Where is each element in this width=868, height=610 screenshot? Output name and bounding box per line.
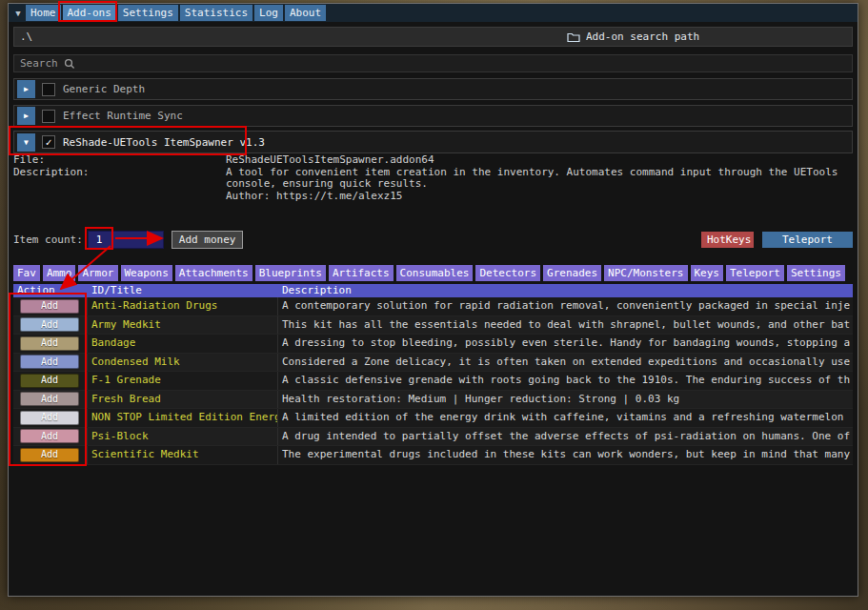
tab-fav[interactable]: Fav [13, 265, 40, 281]
item-title: Scientific Medkit [88, 446, 278, 464]
action-cell: Add [13, 335, 88, 353]
table-header: Action ID/Title Description [13, 284, 853, 297]
description-value: A tool for convenient item creation in t… [226, 167, 838, 203]
menu-item-settings[interactable]: Settings [118, 5, 178, 21]
item-title: F-1 Grenade [88, 372, 278, 390]
tab-detectors[interactable]: Detectors [475, 265, 540, 281]
column-header-action[interactable]: Action [13, 284, 88, 297]
addon-enabled-checkbox[interactable]: ✓ [42, 135, 55, 149]
add-item-button[interactable]: Add [20, 299, 79, 314]
category-tabs: FavAmmoArmorWeaponsAttachmentsBlueprints… [13, 265, 853, 281]
search-placeholder: Search [20, 57, 58, 70]
add-item-button[interactable]: Add [20, 317, 79, 332]
add-item-button[interactable]: Add [20, 374, 79, 388]
addon-header-itemspawner[interactable]: ▼ ✓ ReShade-UETools ItemSpawner v1.3 [13, 131, 853, 153]
table-row: AddScientific MedkitThe experimental dru… [13, 446, 853, 465]
item-description: The experimental drugs included in these… [278, 446, 853, 464]
item-title: Bandage [88, 335, 278, 353]
tab-teleport[interactable]: Teleport [726, 265, 784, 281]
item-count-input[interactable]: 1 [88, 231, 164, 249]
addon-search-path-button[interactable]: Add-on search path [561, 29, 705, 45]
search-icon [64, 58, 75, 70]
collapse-icon[interactable]: ▼ [17, 133, 35, 152]
add-item-button[interactable]: Add [20, 392, 79, 406]
collapse-window-icon[interactable]: ▼ [12, 9, 24, 18]
search-path-input[interactable]: .\ [20, 30, 32, 43]
expand-icon[interactable]: ▶ [17, 107, 35, 125]
tab-weapons[interactable]: Weapons [121, 265, 172, 281]
add-item-button[interactable]: Add [20, 429, 79, 443]
tab-blueprints[interactable]: Blueprints [255, 265, 326, 281]
file-value: ReShadeUEToolsItemSpawner.addon64 [226, 154, 434, 167]
item-description: Considered a Zone delicacy, it is often … [278, 354, 853, 372]
add-item-button[interactable]: Add [20, 355, 79, 369]
action-cell: Add [13, 428, 88, 446]
tab-settings[interactable]: Settings [787, 265, 845, 281]
addon-section-generic-depth: ▶Generic Depth [13, 78, 853, 100]
file-label: File: [13, 154, 226, 167]
item-title: NON STOP Limited Edition Energ [88, 409, 278, 427]
description-line: console, ensuring quick results. [226, 178, 838, 191]
action-cell: Add [13, 354, 88, 372]
addon-section-effect-runtime-sync: ▶Effect Runtime Sync [13, 105, 853, 127]
menu-bar-items: HomeAdd-onsSettingsStatisticsLogAbout [26, 4, 326, 22]
item-description: Health restoration: Medium | Hunger redu… [278, 391, 853, 409]
action-cell: Add [13, 391, 88, 409]
add-item-button[interactable]: Add [20, 411, 79, 425]
tab-grenades[interactable]: Grenades [543, 265, 601, 281]
column-header-description[interactable]: Description [278, 284, 853, 297]
search-input[interactable]: Search [13, 54, 853, 72]
table-row: AddFresh BreadHealth restoration: Medium… [13, 391, 853, 410]
table-row: AddF-1 GrenadeA classic defensive grenad… [13, 372, 853, 391]
item-description: A classic defensive grenade with roots g… [278, 372, 853, 390]
action-cell: Add [13, 316, 88, 335]
action-cell: Add [13, 409, 88, 427]
tab-armor[interactable]: Armor [78, 265, 117, 281]
menu-bar: ▼ HomeAdd-onsSettingsStatisticsLogAbout [9, 4, 858, 22]
menu-item-add-ons[interactable]: Add-ons [63, 5, 116, 21]
expand-icon[interactable]: ▶ [17, 80, 35, 98]
menu-item-statistics[interactable]: Statistics [180, 5, 252, 21]
item-title: Psi-Block [88, 428, 278, 446]
check-icon: ✓ [46, 137, 52, 148]
tab-artifacts[interactable]: Artifacts [329, 265, 394, 281]
enable-checkbox[interactable] [42, 83, 55, 96]
item-description: A dressing to stop bleeding, possibly ev… [278, 335, 853, 353]
spawner-controls: Item count: 1 Add money HotKeys Teleport [13, 230, 853, 249]
tab-consumables[interactable]: Consumables [396, 265, 474, 281]
column-header-id-title[interactable]: ID/Title [88, 284, 278, 297]
hotkeys-button[interactable]: HotKeys [701, 232, 754, 248]
action-cell: Add [13, 446, 88, 464]
addon-name: Generic Depth [63, 83, 145, 95]
menu-item-home[interactable]: Home [26, 5, 61, 21]
item-title: Fresh Bread [88, 391, 278, 409]
add-item-button[interactable]: Add [20, 336, 79, 351]
tab-ammo[interactable]: Ammo [43, 265, 76, 281]
folder-icon [567, 31, 580, 43]
table-row: AddPsi-BlockA drug intended to partially… [13, 428, 853, 447]
item-title: Condensed Milk [88, 354, 278, 372]
addon-list: ▶Generic Depth▶Effect Runtime Sync [13, 78, 853, 132]
item-count-label: Item count: [13, 234, 83, 246]
description-label: Description: [13, 167, 226, 203]
menu-item-about[interactable]: About [285, 5, 326, 21]
tab-npc-monsters[interactable]: NPC/Monsters [604, 265, 687, 281]
table-row: AddAnti-Radiation DrugsA contemporary so… [13, 297, 853, 316]
menu-item-log[interactable]: Log [254, 5, 283, 21]
addon-search-path-bar: .\ Add-on search path [13, 27, 853, 47]
addon-title: ReShade-UETools ItemSpawner v1.3 [63, 136, 265, 149]
item-table: AddAnti-Radiation DrugsA contemporary so… [13, 297, 853, 465]
tab-keys[interactable]: Keys [691, 265, 724, 281]
action-cell: Add [13, 297, 88, 315]
table-row: AddNON STOP Limited Edition EnergA limit… [13, 409, 853, 428]
enable-checkbox[interactable] [42, 110, 55, 123]
item-title: Anti-Radiation Drugs [88, 297, 278, 315]
teleport-button[interactable]: Teleport [762, 232, 853, 248]
add-money-button[interactable]: Add money [172, 231, 244, 249]
addon-name: Effect Runtime Sync [63, 110, 183, 122]
tab-attachments[interactable]: Attachments [175, 265, 252, 281]
item-title: Army Medkit [88, 316, 278, 335]
item-description: A contemporary solution for rapid radiat… [278, 297, 853, 315]
item-description: A drug intended to partially offset the … [278, 428, 853, 446]
add-item-button[interactable]: Add [20, 448, 79, 462]
